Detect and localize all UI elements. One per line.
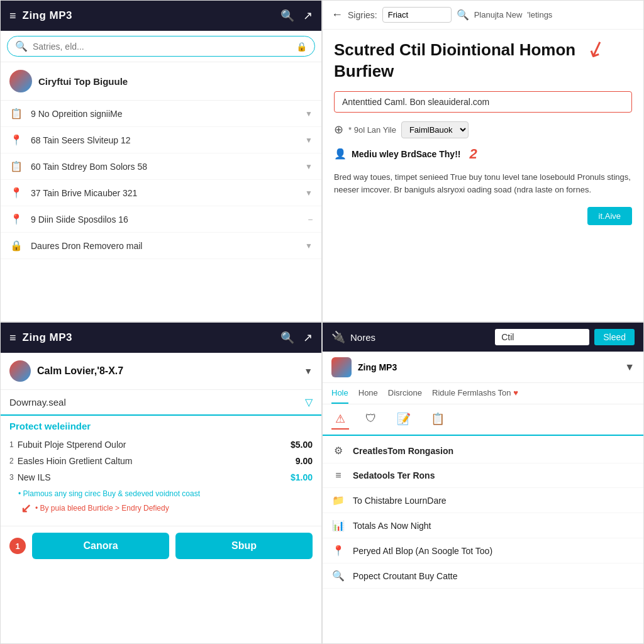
br-nav-tabs: Hole Hone Disrcione Ridule Fermlashs Ton… (323, 383, 643, 404)
sleed-button[interactable]: Sleed (594, 329, 635, 345)
li-price-2: 9.00 (296, 456, 313, 466)
app-header-top-left: ≡ Zing MP3 🔍 ↗ (1, 1, 321, 31)
alive-button[interactable]: it.Aive (587, 207, 632, 225)
sub-text: ↙ • By puia bleed Burticle > Endry Defie… (18, 501, 313, 516)
plan-title: Calm Lovier,'8-X.7 (37, 365, 123, 377)
protect-section: Protect weleiinder 1 Fubuit Ploje Stpere… (1, 416, 321, 526)
avatar (9, 70, 32, 92)
plug-icon: 🔌 (331, 330, 345, 344)
search-btn-top-right[interactable]: 🔍 (457, 9, 469, 21)
br-app-name: Zing MP3 (358, 362, 618, 372)
item-icon-1: 📋 (9, 108, 23, 119)
plus-icon[interactable]: ⊕ (334, 123, 343, 136)
br-list-item-3[interactable]: 📁 To Chistabre LournDare (323, 488, 643, 513)
list-item[interactable]: 📍 37 Tain Brive Micauber 321 ▼ (1, 180, 321, 206)
heart-icon: ♥ (513, 388, 518, 397)
plan-avatar (9, 360, 31, 382)
list-item[interactable]: 📋 9 No Opreition signiiMe ▼ (1, 101, 321, 127)
dowrnay-chevron-icon[interactable]: ▽ (305, 396, 313, 408)
tab-ridule[interactable]: Ridule Fermlashs Ton ♥ (432, 383, 518, 404)
list-item[interactable]: 🔒 Daures Dron Removero mail ▼ (1, 233, 321, 259)
circle-badge: 1 (9, 538, 26, 554)
tab-hole[interactable]: Hole (331, 383, 348, 404)
li-price-1: $5.00 (291, 440, 313, 450)
chevron-icon-4: ▼ (305, 189, 313, 197)
gear-icon: ⚙ (331, 445, 345, 457)
list-item[interactable]: 📍 9 Diin Siide Sposdilos 16 – (1, 206, 321, 233)
form-row: ⊕ * 9ol Lan Yile FaimlBauok (334, 121, 632, 138)
user-row: 👤 Mediu wley BrdSace Thy!! 2 (334, 146, 632, 162)
br-filter-icon[interactable]: ▼ (625, 362, 635, 373)
lock-icon: 🔒 (296, 42, 307, 52)
sub-text-content: • By puia bleed Burticle > Endry Defiedy (35, 504, 169, 513)
line-item-3: 3 New ILS $1.00 (9, 469, 313, 486)
icon-tab-edit-list[interactable]: 📝 (393, 409, 414, 430)
br-list-item-4[interactable]: 📊 Totals As Now Night (323, 513, 643, 538)
br-item-text-2: Sedatools Ter Rons (353, 470, 435, 480)
share-icon-bl[interactable]: ↗ (303, 331, 313, 345)
tab-hone[interactable]: Hone (358, 383, 378, 404)
chevron-icon-2: ▼ (305, 136, 313, 145)
panel-top-left: ≡ Zing MP3 🔍 ↗ 🔍 🔒 Ciryftui Top Biguule … (0, 0, 322, 322)
list-item[interactable]: 📋 60 Tain Stdrey Bom Solors 58 ▼ (1, 153, 321, 180)
plan-chevron-icon[interactable]: ▼ (304, 366, 313, 376)
promo-text[interactable]: • Plamous any sing cirec Buy & sedeved v… (18, 489, 313, 498)
li-text-3: New ILS (18, 472, 291, 482)
protect-title: Protect weleiinder (9, 421, 313, 431)
search-icon-bl[interactable]: 🔍 (280, 331, 294, 345)
planujta-label: Planujta New (474, 10, 523, 19)
item-text-2: 68 Tain Seers Slviteup 12 (31, 135, 297, 145)
chevron-icon-6: ▼ (305, 242, 313, 250)
sbup-button[interactable]: Sbup (175, 533, 313, 559)
share-icon-header[interactable]: ↗ (303, 9, 313, 23)
search-field-top-right[interactable] (382, 7, 452, 23)
dowrnay-row: Dowrnay.seal ▽ (1, 390, 321, 416)
form-label: * 9ol Lan Yile (348, 125, 396, 135)
search-icon-header[interactable]: 🔍 (280, 9, 294, 23)
menu-icon-bl[interactable]: ≡ (9, 331, 16, 345)
br-icon-tabs: ⚠ 🛡 📝 📋 (323, 404, 643, 436)
app-title-bl: Zing MP3 (23, 331, 274, 344)
icon-tab-warning[interactable]: ⚠ (331, 409, 349, 430)
br-list-item-5[interactable]: 📍 Peryed Atl Blop (An Soogle Tot Too) (323, 538, 643, 564)
list-container: Ciryftui Top Biguule 📋 9 No Opreition si… (1, 62, 321, 321)
item-icon-5: 📍 (9, 213, 23, 225)
br-item-text-3: To Chistabre LournDare (353, 496, 447, 506)
tab-disrcione[interactable]: Disrcione (388, 383, 422, 404)
list-item[interactable]: 📍 68 Tain Seers Slviteup 12 ▼ (1, 127, 321, 153)
family-select[interactable]: FaimlBauok (401, 121, 469, 138)
ctl-input[interactable] (495, 329, 589, 345)
br-app-avatar (331, 357, 352, 377)
chevron-icon-5: – (308, 215, 313, 224)
pin-icon: 📍 (331, 545, 345, 557)
li-index-1: 1 (9, 440, 14, 449)
br-list-item-6[interactable]: 🔍 Popect Croutant Buy Catte (323, 564, 643, 589)
canora-button[interactable]: Canora (32, 533, 169, 559)
br-header: 🔌 Nores Sleed (323, 323, 643, 352)
header-icons: 🔍 ↗ (280, 9, 313, 23)
item-icon-3: 📋 (9, 160, 23, 172)
icon-tab-shield[interactable]: 🛡 (362, 409, 380, 430)
item-text-4: 37 Tain Brive Micauber 321 (31, 188, 297, 198)
menu-icon[interactable]: ≡ (9, 9, 16, 23)
br-app-row: Zing MP3 ▼ (323, 352, 643, 383)
back-arrow-icon[interactable]: ← (331, 8, 343, 21)
settings-label: 'letings (527, 10, 552, 19)
red-input-email[interactable] (334, 91, 632, 113)
icon-tab-copy[interactable]: 📋 (427, 409, 448, 430)
search-icon-list: 🔍 (331, 570, 345, 582)
folder-icon: 📁 (331, 494, 345, 506)
item-text-3: 60 Tain Stdrey Bom Solors 58 (31, 162, 297, 172)
plan-header: Calm Lovier,'8-X.7 ▼ (9, 360, 313, 382)
list-icon: ≡ (331, 470, 345, 481)
bottom-buttons: 1 Canora Sbup (1, 526, 321, 565)
search-bar-container: 🔍 🔒 (1, 31, 321, 62)
panel-top-right: ← Sigries: 🔍 Planujta New 'letings ↙ Scu… (322, 0, 644, 322)
br-item-text-5: Peryed Atl Blop (An Soogle Tot Too) (353, 546, 492, 556)
user-text: Mediu wley BrdSace Thy!! (352, 149, 460, 159)
search-input[interactable] (33, 42, 291, 52)
li-price-3: $1.00 (291, 472, 313, 482)
br-list-item-2[interactable]: ≡ Sedatools Ter Rons (323, 464, 643, 488)
br-list-item-1[interactable]: ⚙ CreatlesTom Rongasion (323, 438, 643, 464)
search-icon-bar: 🔍 (15, 40, 28, 52)
